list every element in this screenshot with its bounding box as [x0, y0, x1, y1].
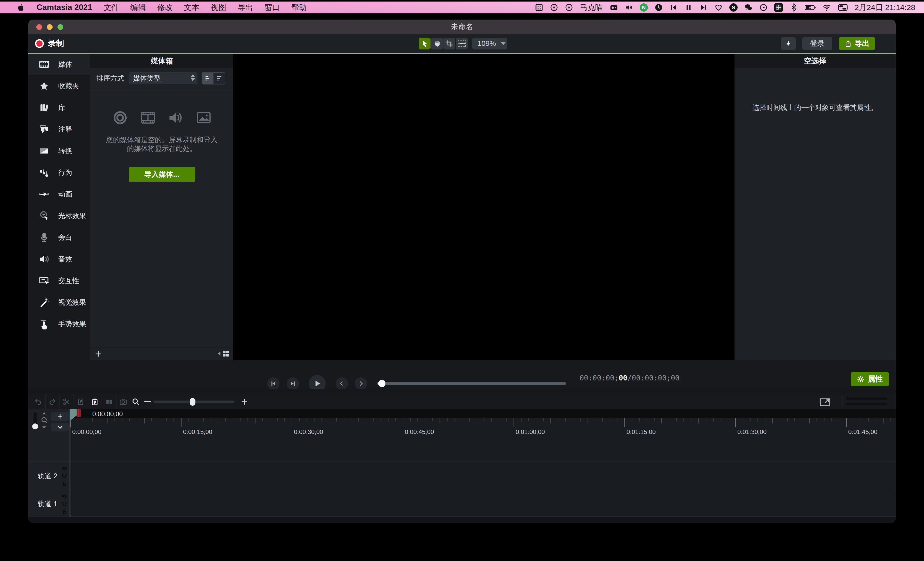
record-button[interactable]: 录制 [35, 34, 64, 53]
pan-zoom-animation-button[interactable] [456, 37, 468, 49]
track-lock-icon[interactable] [62, 509, 68, 515]
timeline-zoom-slider[interactable] [154, 401, 235, 403]
sidebar-item-animations[interactable]: 动画 [28, 183, 90, 205]
redo-button[interactable] [45, 394, 60, 409]
menu-text[interactable]: 文本 [184, 2, 199, 13]
heart-icon[interactable] [714, 3, 723, 12]
sidebar-item-annotations[interactable]: a 注释 [28, 118, 90, 140]
pan-tool-button[interactable] [431, 37, 443, 49]
screen-record-icon[interactable] [610, 3, 618, 12]
sidebar-item-library[interactable]: 库 [28, 97, 90, 118]
wifi-icon[interactable] [823, 3, 831, 12]
menu-modify[interactable]: 修改 [157, 2, 172, 13]
sync-status-icon-2[interactable] [565, 3, 573, 12]
sidebar-item-voice-narration[interactable]: 旁白 [28, 227, 90, 248]
sort-descending-button[interactable] [213, 73, 225, 84]
view-mode-grid-button[interactable] [218, 350, 230, 358]
timeline-ruler-ticks[interactable] [70, 418, 896, 428]
track-header-1[interactable]: 轨道 1 [28, 489, 70, 517]
playback-scrubber[interactable] [377, 382, 566, 385]
sidebar-item-cursor-effects[interactable]: 光标效果 [28, 205, 90, 227]
watch-icon[interactable] [655, 3, 663, 12]
selection-tool-button[interactable] [418, 37, 430, 49]
sidebar-item-interactivity[interactable]: 交互性 [28, 270, 90, 292]
signin-button[interactable]: 登录 [802, 37, 832, 50]
step-back-button[interactable] [267, 377, 279, 390]
track-lock-icon[interactable] [62, 481, 68, 487]
copy-button[interactable] [74, 394, 88, 409]
menubar-status-text[interactable]: 马克喵 [580, 2, 603, 13]
minimize-window-button[interactable] [47, 24, 52, 30]
sort-by-dropdown[interactable]: 媒体类型 [129, 72, 198, 84]
zoom-window-button[interactable] [57, 24, 63, 30]
sort-ascending-button[interactable] [202, 73, 213, 84]
sync-status-icon[interactable] [550, 3, 558, 12]
add-media-icon[interactable] [95, 350, 102, 358]
bluetooth-icon[interactable] [790, 3, 798, 12]
film-frames-icon[interactable] [535, 3, 543, 12]
minimap-bar[interactable] [846, 402, 887, 405]
download-button[interactable] [781, 37, 796, 50]
sidebar-item-audio-effects[interactable]: 音效 [28, 248, 90, 270]
track-height-slider[interactable] [33, 412, 37, 428]
battery-icon[interactable] [805, 3, 816, 12]
zoom-slider-knob[interactable] [190, 398, 195, 406]
split-button[interactable] [102, 394, 117, 409]
menu-help[interactable]: 帮助 [291, 2, 306, 13]
sidebar-item-favorites[interactable]: 收藏夹 [28, 75, 90, 97]
skip-forward-icon[interactable] [699, 3, 708, 12]
pause-icon[interactable] [684, 3, 693, 12]
crop-tool-button[interactable] [443, 37, 455, 49]
previous-marker-button[interactable] [336, 377, 348, 390]
vertical-zoom-icon[interactable] [41, 411, 47, 429]
canvas-zoom-dropdown[interactable]: 109% [472, 37, 507, 49]
menu-file[interactable]: 文件 [104, 2, 119, 13]
menu-edit[interactable]: 编辑 [130, 2, 146, 13]
close-window-button[interactable] [36, 24, 42, 30]
menu-export[interactable]: 导出 [237, 2, 253, 13]
playhead-grip[interactable] [76, 409, 81, 417]
menubar-clock[interactable]: 2月24日 21:14:28 [855, 2, 915, 13]
paste-button[interactable] [88, 394, 102, 409]
sidebar-item-behaviors[interactable]: 行为 [28, 162, 90, 183]
menubar-app-name[interactable]: Camtasia 2021 [37, 3, 92, 12]
scrubber-knob[interactable] [378, 380, 386, 387]
export-button[interactable]: 导出 [839, 37, 875, 50]
track-magnet-icon[interactable] [62, 501, 68, 507]
step-forward-button[interactable] [286, 377, 299, 390]
music-badge-icon[interactable]: S [729, 3, 738, 12]
sidebar-item-media[interactable]: 媒体 [28, 54, 90, 75]
notes-badge-icon[interactable]: N [640, 3, 648, 12]
menu-window[interactable]: 窗口 [264, 2, 280, 13]
skip-back-icon[interactable] [669, 3, 678, 12]
track-visibility-eye-icon[interactable] [62, 465, 68, 471]
zoom-out-button[interactable] [144, 401, 151, 402]
snapshot-button[interactable] [116, 394, 130, 409]
control-center-icon[interactable] [838, 3, 848, 12]
import-media-button[interactable]: 导入媒体... [129, 167, 195, 182]
play-circle-icon[interactable] [759, 3, 768, 12]
track-visibility-eye-icon[interactable] [62, 493, 68, 499]
next-marker-button[interactable] [355, 377, 367, 390]
minimap-bar[interactable] [846, 398, 887, 400]
undo-button[interactable] [31, 394, 46, 409]
collapse-tracks-button[interactable] [51, 423, 69, 431]
playhead-lane[interactable]: 0:00:00;00 [28, 409, 896, 418]
cut-button[interactable] [59, 394, 74, 409]
detach-timeline-icon[interactable] [819, 396, 831, 407]
wechat-icon[interactable] [744, 3, 753, 12]
track-header-2[interactable]: 轨道 2 [28, 461, 70, 489]
track-magnet-icon[interactable] [62, 473, 68, 479]
add-track-button[interactable] [51, 412, 69, 420]
track-height-knob[interactable] [32, 423, 38, 429]
sidebar-item-visual-effects[interactable]: 视觉效果 [28, 292, 90, 313]
playhead-line[interactable] [70, 409, 70, 517]
sidebar-item-transitions[interactable]: 转换 [28, 140, 90, 162]
volume-icon[interactable] [625, 3, 633, 12]
sidebar-item-gesture-effects[interactable]: 手势效果 [28, 313, 90, 335]
editor-canvas[interactable] [233, 54, 735, 361]
pinyin-input-badge[interactable]: 拼 [774, 3, 783, 12]
properties-button[interactable]: 属性 [851, 372, 889, 386]
timeline-tracks-area[interactable] [28, 436, 896, 517]
menu-view[interactable]: 视图 [211, 2, 226, 13]
